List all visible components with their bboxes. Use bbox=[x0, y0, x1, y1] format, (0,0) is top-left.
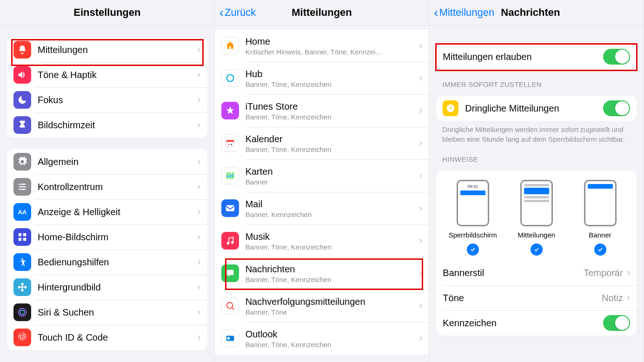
allow-label: Mitteilungen erlauben bbox=[443, 51, 603, 62]
bannerstil-row[interactable]: BannerstilTemporär› bbox=[436, 260, 637, 285]
alert-type-sperrbildschirm[interactable]: 09:41Sperrbildschirm bbox=[441, 180, 505, 256]
sliders-icon bbox=[13, 178, 31, 196]
back-button[interactable]: ‹ Mitteilungen bbox=[434, 6, 494, 19]
chevron-right-icon: › bbox=[197, 256, 200, 268]
row-label: Töne & Haptik bbox=[38, 69, 193, 80]
alert-type-label: Sperrbildschirm bbox=[441, 231, 505, 239]
row-sub: Banner, Töne, Kennzeichen bbox=[246, 341, 415, 349]
row-label: Karten bbox=[246, 166, 415, 177]
access-icon bbox=[13, 253, 31, 271]
svg-rect-5 bbox=[23, 233, 26, 236]
hintergrundbild-row[interactable]: Hintergrundbild› bbox=[7, 275, 207, 300]
kennzeichen-row[interactable]: Kennzeichen bbox=[436, 310, 637, 336]
urgent-row[interactable]: Dringliche Mitteilungen bbox=[436, 96, 637, 121]
svg-point-15 bbox=[20, 310, 24, 314]
header: ‹ Zurück Mitteilungen bbox=[215, 0, 429, 26]
back-button[interactable]: ‹ Zurück bbox=[219, 6, 256, 19]
chevron-right-icon: › bbox=[197, 119, 200, 131]
row-value: Notiz bbox=[602, 293, 623, 303]
svg-point-19 bbox=[228, 144, 230, 145]
row-label: Musik bbox=[246, 231, 415, 242]
row-label: iTunes Store bbox=[246, 101, 415, 112]
bedienungshilfen-row[interactable]: Bedienungshilfen› bbox=[7, 250, 207, 275]
hub-row[interactable]: HubBanner, Töne, Kennzeichen› bbox=[215, 62, 429, 94]
back-label: Zurück bbox=[225, 7, 256, 19]
row-sub: Kritischer Hinweis, Banner, Töne, Kennze… bbox=[246, 48, 415, 56]
svg-point-9 bbox=[21, 286, 24, 289]
nachrichten-row[interactable]: NachrichtenBanner, Töne, Kennzeichen› bbox=[215, 257, 429, 290]
toene-row[interactable]: Töne & Haptik› bbox=[7, 62, 207, 87]
maps-icon bbox=[221, 167, 239, 184]
chevron-right-icon: › bbox=[627, 292, 630, 304]
svg-point-8 bbox=[21, 258, 23, 260]
check-icon[interactable] bbox=[467, 244, 479, 256]
back-label: Mitteilungen bbox=[439, 7, 495, 19]
chevron-right-icon: › bbox=[419, 267, 422, 279]
alert-type-banner[interactable]: Banner bbox=[568, 180, 632, 256]
mitteilungen-row[interactable]: Mitteilungen› bbox=[7, 37, 207, 62]
touchid-row[interactable]: Touch ID & Code› bbox=[7, 325, 207, 350]
svg-point-0 bbox=[23, 184, 25, 185]
outlook-row[interactable]: OutlookBanner, Töne, Kennzeichen› bbox=[215, 322, 429, 355]
karten-row[interactable]: KartenBanner› bbox=[215, 159, 429, 192]
bell-icon bbox=[13, 41, 31, 59]
row-label: Hub bbox=[246, 68, 415, 79]
row-sub: Banner, Töne, Kennzeichen bbox=[246, 113, 415, 121]
bildschirmzeit-row[interactable]: Bildschirmzeit› bbox=[7, 112, 207, 138]
chevron-right-icon: › bbox=[419, 170, 422, 182]
fokus-row[interactable]: Fokus› bbox=[7, 87, 207, 112]
chevron-right-icon: › bbox=[197, 156, 200, 168]
check-icon[interactable] bbox=[594, 244, 606, 256]
nachverfolgung-row[interactable]: NachverfolgungsmitteilungenBanner, Töne› bbox=[215, 290, 429, 322]
star-icon bbox=[221, 102, 239, 119]
chevron-right-icon: › bbox=[419, 300, 422, 312]
check-icon[interactable] bbox=[531, 244, 543, 256]
kontrollzentrum-row[interactable]: Kontrollzentrum› bbox=[7, 174, 207, 199]
settings-group-2: Allgemein›Kontrollzentrum›AAAnzeige & He… bbox=[7, 149, 207, 350]
svg-point-23 bbox=[231, 241, 233, 244]
row-label: Touch ID & Code bbox=[38, 332, 193, 343]
kalender-row[interactable]: KalenderBanner, Töne, Kennzeichen› bbox=[215, 127, 429, 159]
chevron-right-icon: › bbox=[419, 72, 422, 84]
siri-icon bbox=[13, 303, 31, 321]
svg-point-13 bbox=[24, 286, 27, 289]
row-label: Anzeige & Helligkeit bbox=[38, 206, 193, 217]
svg-point-11 bbox=[21, 289, 24, 292]
allow-notifications-row[interactable]: Mitteilungen erlauben bbox=[436, 44, 637, 69]
chevron-right-icon: › bbox=[197, 44, 200, 56]
allgemein-row[interactable]: Allgemein› bbox=[7, 149, 207, 174]
toene-row[interactable]: TöneNotiz› bbox=[436, 285, 637, 310]
row-label: Fokus bbox=[38, 94, 193, 105]
musik-row[interactable]: MusikBanner, Töne, Kennzeichen› bbox=[215, 224, 429, 257]
chevron-right-icon: › bbox=[419, 202, 422, 214]
kennzeichen-toggle[interactable] bbox=[603, 315, 630, 331]
mail-row[interactable]: MailBanner, Kennzeichen› bbox=[215, 192, 429, 224]
chevron-right-icon: › bbox=[197, 181, 200, 193]
allow-toggle[interactable] bbox=[603, 49, 630, 65]
grid-icon bbox=[13, 228, 31, 246]
gear-icon bbox=[13, 153, 31, 171]
moon-icon bbox=[13, 91, 31, 109]
svg-point-27 bbox=[227, 337, 230, 340]
svg-rect-6 bbox=[19, 238, 21, 241]
row-label: Töne bbox=[443, 292, 602, 303]
home-row[interactable]: HomeKritischer Hinweis, Banner, Töne, Ke… bbox=[215, 29, 429, 62]
urgent-footer: Dringliche Mitteilungen werden immer sof… bbox=[429, 121, 644, 144]
phone-preview-icon bbox=[584, 180, 617, 226]
anzeige-row[interactable]: AAAnzeige & Helligkeit› bbox=[7, 199, 207, 224]
svg-text:AA: AA bbox=[18, 209, 27, 216]
siri-row[interactable]: Siri & Suchen› bbox=[7, 300, 207, 325]
row-label: Bedienungshilfen bbox=[38, 257, 193, 268]
hub-icon bbox=[221, 69, 239, 87]
tracking-icon bbox=[221, 297, 239, 315]
urgent-toggle[interactable] bbox=[603, 100, 630, 116]
alert-type-label: Banner bbox=[568, 231, 632, 239]
alert-type-label: Mitteilungen bbox=[505, 231, 568, 239]
panel-settings: Einstellungen Mitteilungen›Töne & Haptik… bbox=[0, 0, 215, 362]
row-label: Hintergrundbild bbox=[38, 282, 193, 293]
alert-type-mitteilungen[interactable]: Mitteilungen bbox=[505, 180, 568, 256]
row-label: Siri & Suchen bbox=[38, 307, 193, 318]
outlook-icon bbox=[221, 329, 239, 347]
home-bildschirm-row[interactable]: Home-Bildschirm› bbox=[7, 224, 207, 250]
itunes-row[interactable]: iTunes StoreBanner, Töne, Kennzeichen› bbox=[215, 94, 429, 127]
